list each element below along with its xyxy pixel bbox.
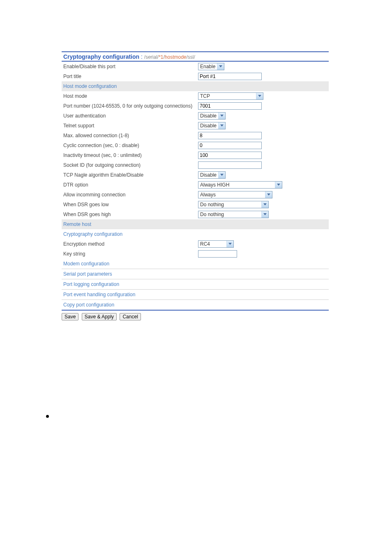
title-main: Cryptography configuration [63, 53, 139, 60]
keystr-label: Key string [62, 249, 196, 259]
max-conn-input[interactable] [198, 132, 262, 139]
chevron-down-icon [261, 211, 268, 218]
chevron-down-icon [265, 191, 272, 198]
nagle-select[interactable]: Disable [198, 171, 226, 179]
nav-serial-params[interactable]: Serial port parameters [63, 271, 112, 277]
chevron-down-icon [217, 63, 224, 70]
dsrlow-label: When DSR goes low [62, 200, 196, 210]
chevron-down-icon [218, 122, 225, 129]
port-title-input[interactable] [198, 73, 262, 80]
save-apply-button[interactable]: Save & Apply [82, 313, 117, 320]
port-number-input[interactable] [198, 102, 262, 110]
save-button[interactable]: Save [62, 313, 78, 320]
port-title-label: Port title [62, 71, 196, 81]
keystr-input[interactable] [198, 250, 237, 258]
socketid-input[interactable] [198, 161, 262, 169]
telnet-label: Telnet support [62, 121, 196, 131]
dsrhigh-select[interactable]: Do nothing [198, 211, 269, 218]
nav-logging[interactable]: Port logging configuration [63, 281, 119, 287]
user-auth-label: User authentication [62, 111, 196, 121]
nagle-label: TCP Nagle algorithm Enable/Disable [62, 170, 196, 180]
enable-port-select[interactable]: Enable [198, 63, 224, 70]
nav-copy[interactable]: Copy port configuration [63, 302, 114, 308]
telnet-select[interactable]: Disable [198, 122, 226, 129]
crypto-section[interactable]: Cryptography configuration [63, 231, 122, 237]
remote-host-section[interactable]: Remote host [63, 221, 91, 227]
dsrlow-select[interactable]: Do nothing [198, 201, 269, 208]
modem-section[interactable]: Modem configuration [63, 261, 109, 267]
dtr-label: DTR option [62, 180, 196, 190]
allowin-label: Allow incomming connection [62, 190, 196, 200]
dtr-select[interactable]: Always HIGH [198, 181, 282, 189]
host-mode-select[interactable]: TCP [198, 92, 263, 100]
enc-method-select[interactable]: RC4 [198, 240, 234, 248]
inactivity-label: Inactivity timeout (sec, 0 : unlimited) [62, 150, 196, 160]
page-title: Cryptography configuration : /serial/*1/… [62, 53, 329, 62]
host-mode-section[interactable]: Host mode configuration [63, 83, 117, 89]
cyclic-input[interactable] [198, 142, 262, 149]
max-conn-label: Max. allowed connection (1-8) [62, 131, 196, 140]
chevron-down-icon [275, 182, 282, 188]
cyclic-label: Cyclic connection (sec, 0 : disable) [62, 140, 196, 150]
chevron-down-icon [256, 93, 263, 99]
breadcrumb: /serial/*1/hostmode/ssl/ [144, 54, 195, 60]
nav-event[interactable]: Port event handling configuration [63, 292, 135, 297]
cancel-button[interactable]: Cancel [120, 313, 141, 320]
dsrhigh-label: When DSR goes high [62, 210, 196, 219]
socketid-label: Socket ID (for outgoing connection) [62, 160, 196, 170]
enable-port-label: Enable/Disable this port [62, 62, 196, 71]
allowin-select[interactable]: Always [198, 191, 272, 198]
port-number-label: Port number (1024-65535, 0 for only outg… [62, 101, 196, 111]
enc-method-label: Encryption method [62, 239, 196, 249]
chevron-down-icon [226, 241, 233, 247]
inactivity-input[interactable] [198, 152, 262, 159]
chevron-down-icon [218, 113, 225, 119]
host-mode-label: Host mode [62, 91, 196, 101]
chevron-down-icon [261, 201, 268, 208]
chevron-down-icon [218, 172, 225, 178]
user-auth-select[interactable]: Disable [198, 112, 226, 120]
